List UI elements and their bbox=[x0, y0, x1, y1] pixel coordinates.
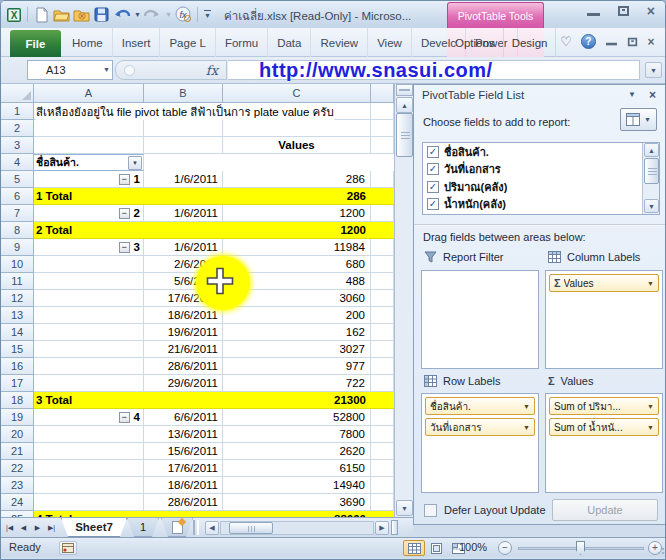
date-cell[interactable]: 29/6/2011 bbox=[144, 375, 223, 392]
column-header-a[interactable]: A bbox=[34, 84, 144, 103]
pivot-header-product[interactable]: ชื่อสินค้า.▼ bbox=[34, 154, 144, 171]
field-checkbox-row[interactable]: ✓น้ำหนัก(คลัง) bbox=[423, 196, 659, 214]
normal-view-icon[interactable] bbox=[403, 540, 425, 556]
row-header-2[interactable]: 2 bbox=[1, 120, 34, 137]
pivot-total-row[interactable]: 2 Total1200 bbox=[34, 222, 394, 239]
hscroll-left-icon[interactable]: ◀ bbox=[205, 521, 219, 535]
tab-design[interactable]: Design bbox=[504, 28, 557, 57]
row-header-8[interactable]: 8 bbox=[1, 222, 34, 239]
value-cell[interactable]: 14940 bbox=[223, 477, 371, 494]
pivot-total-row[interactable]: 3 Total21300 bbox=[34, 392, 394, 409]
pivot-field-button[interactable]: Sum of น้ำหนั...▼ bbox=[549, 418, 659, 436]
row-header-19[interactable]: 19 bbox=[1, 409, 34, 426]
checkbox-icon[interactable]: ✓ bbox=[427, 163, 439, 175]
value-cell[interactable]: 3027 bbox=[223, 341, 371, 358]
date-cell[interactable]: 1/6/2011 bbox=[144, 239, 223, 256]
favorite-icon[interactable]: ♡ bbox=[560, 35, 572, 48]
tab-home[interactable]: Home bbox=[63, 28, 113, 57]
row-header-20[interactable]: 20 bbox=[1, 426, 34, 443]
row-header-16[interactable]: 16 bbox=[1, 358, 34, 375]
row-header-3[interactable]: 3 bbox=[1, 137, 34, 154]
value-cell[interactable]: 200 bbox=[223, 307, 371, 324]
value-cell[interactable]: 3690 bbox=[223, 494, 371, 511]
row-header-21[interactable]: 21 bbox=[1, 443, 34, 460]
row-header-4[interactable]: 4 bbox=[1, 154, 34, 171]
row-header-5[interactable]: 5 bbox=[1, 171, 34, 188]
filter-dropdown-icon[interactable]: ▼ bbox=[128, 156, 142, 170]
hscroll-right-icon[interactable]: ▶ bbox=[375, 521, 389, 535]
row-header-22[interactable]: 22 bbox=[1, 460, 34, 477]
column-header-c[interactable]: C bbox=[223, 84, 371, 103]
restore-icon[interactable] bbox=[618, 6, 629, 16]
tab-view[interactable]: View bbox=[368, 28, 412, 57]
value-cell[interactable]: 2620 bbox=[223, 443, 371, 460]
scroll-down-icon[interactable]: ▼ bbox=[644, 199, 659, 213]
date-cell[interactable]: 18/6/2011 bbox=[144, 307, 223, 324]
pivot-field-button[interactable]: ชื่อสินค้า.▼ bbox=[425, 397, 535, 415]
collapse-icon[interactable]: − bbox=[119, 412, 130, 423]
name-box-dropdown-icon[interactable]: ▼ bbox=[103, 66, 110, 73]
help-icon[interactable]: ? bbox=[581, 34, 596, 49]
row-header-15[interactable]: 15 bbox=[1, 341, 34, 358]
value-cell[interactable]: 52800 bbox=[223, 409, 371, 426]
row-header-24[interactable]: 24 bbox=[1, 494, 34, 511]
pivot-total-row[interactable]: 1 Total286 bbox=[34, 188, 394, 205]
vertical-scrollbar[interactable]: ▲ ▼ bbox=[394, 84, 413, 517]
checkbox-icon[interactable]: ✓ bbox=[427, 181, 439, 193]
value-cell[interactable] bbox=[223, 120, 371, 137]
date-cell[interactable]: 19/6/2011 bbox=[144, 324, 223, 341]
formula-lookup-icon[interactable]: fx bbox=[175, 6, 192, 23]
row-header-14[interactable]: 14 bbox=[1, 324, 34, 341]
checkbox-icon[interactable]: ✓ bbox=[427, 198, 439, 210]
pivot-field-button[interactable]: ΣValues▼ bbox=[549, 274, 659, 292]
column-labels-area[interactable]: ΣValues▼ bbox=[545, 270, 663, 369]
scroll-down-icon[interactable]: ▼ bbox=[396, 500, 413, 516]
date-cell[interactable]: 6/6/2011 bbox=[144, 409, 223, 426]
tab-data[interactable]: Data bbox=[268, 28, 311, 57]
first-sheet-icon[interactable]: |◀ bbox=[3, 521, 16, 535]
value-cell[interactable]: 6150 bbox=[223, 460, 371, 477]
row-header-9[interactable]: 9 bbox=[1, 239, 34, 256]
minimize-icon[interactable] bbox=[587, 7, 600, 16]
value-cell[interactable]: 977 bbox=[223, 358, 371, 375]
defer-layout-checkbox[interactable] bbox=[424, 504, 437, 517]
row-header-7[interactable]: 7 bbox=[1, 205, 34, 222]
collapse-icon[interactable]: − bbox=[119, 208, 130, 219]
field-checkbox-row[interactable]: ✓ปริมาณ(คลัง) bbox=[423, 178, 659, 196]
new-document-icon[interactable] bbox=[33, 6, 50, 23]
zoom-slider-thumb[interactable] bbox=[576, 541, 585, 555]
workbook-restore-icon[interactable] bbox=[628, 37, 637, 46]
pivot-field-button[interactable]: Sum of ปริมา...▼ bbox=[549, 397, 659, 415]
open-folder-icon[interactable] bbox=[53, 6, 70, 23]
pane-options-dropdown-icon[interactable]: ▼ bbox=[628, 90, 636, 99]
workbook-close-icon[interactable]: × bbox=[647, 37, 654, 46]
page-layout-view-icon[interactable] bbox=[425, 540, 447, 556]
insert-function-icon[interactable]: fx bbox=[206, 63, 218, 78]
date-cell[interactable]: 1/6/2011 bbox=[144, 171, 223, 188]
name-box[interactable]: A13 ▼ bbox=[27, 60, 113, 80]
previous-sheet-icon[interactable]: ◀ bbox=[17, 521, 30, 535]
value-cell[interactable]: 722 bbox=[223, 375, 371, 392]
date-cell[interactable]: 17/6/2011 bbox=[144, 460, 223, 477]
tab-split-handle[interactable] bbox=[193, 520, 199, 535]
collapse-icon[interactable]: − bbox=[119, 242, 130, 253]
resize-grip[interactable] bbox=[655, 545, 665, 555]
value-cell[interactable]: 286 bbox=[223, 171, 371, 188]
workbook-minimize-icon[interactable] bbox=[606, 38, 617, 46]
tab-formu[interactable]: Formu bbox=[216, 28, 268, 57]
tab-page-l[interactable]: Page L bbox=[160, 28, 215, 57]
value-cell[interactable]: 162 bbox=[223, 324, 371, 341]
column-header-b[interactable]: B bbox=[144, 84, 223, 103]
row-header-10[interactable]: 10 bbox=[1, 256, 34, 273]
name-box-splitter[interactable] bbox=[124, 65, 135, 76]
row-header-12[interactable]: 12 bbox=[1, 290, 34, 307]
sheet-tab-1[interactable]: 1 bbox=[127, 518, 159, 537]
macro-record-icon[interactable] bbox=[59, 541, 77, 555]
field-list-scrollbar[interactable]: ▲ ▼ bbox=[642, 143, 659, 214]
excel-logo-icon[interactable]: X bbox=[5, 6, 22, 23]
scroll-up-icon[interactable]: ▲ bbox=[644, 143, 659, 157]
tab-options[interactable]: Options bbox=[447, 28, 504, 57]
field-checkbox-row[interactable]: ✓วันที่เอกสาร bbox=[423, 161, 659, 179]
column-header-d[interactable] bbox=[371, 84, 394, 103]
date-cell[interactable]: 21/6/2011 bbox=[144, 341, 223, 358]
